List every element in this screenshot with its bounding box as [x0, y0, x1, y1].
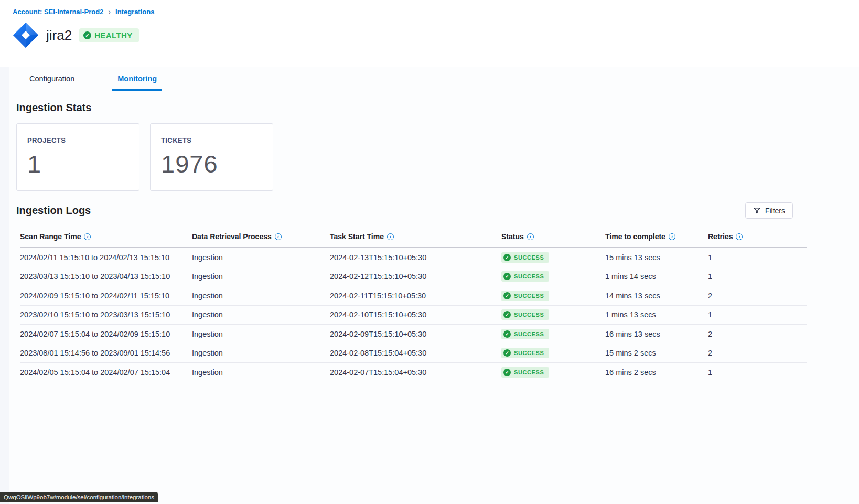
column-header[interactable]: Status i: [501, 232, 605, 241]
main-content: Configuration Monitoring Ingestion Stats…: [0, 67, 859, 504]
cell-time-to-complete: 16 mins 2 secs: [605, 368, 708, 377]
cell-time-to-complete: 14 mins 13 secs: [605, 292, 708, 300]
cell-process: Ingestion: [192, 253, 330, 262]
filters-button[interactable]: Filters: [745, 202, 793, 219]
cell-process: Ingestion: [192, 272, 330, 281]
check-icon: ✓: [83, 31, 91, 39]
cell-process: Ingestion: [192, 310, 330, 319]
status-badge-label: SUCCESS: [514, 293, 544, 299]
column-header-label: Task Start Time: [330, 232, 384, 241]
breadcrumb-chevron-icon: ›: [108, 6, 111, 16]
info-icon[interactable]: i: [84, 233, 91, 240]
status-badge-label: SUCCESS: [514, 350, 544, 356]
stat-card-value: 1: [27, 149, 128, 178]
check-icon: ✓: [503, 311, 511, 318]
cell-retries: 1: [708, 310, 807, 319]
cell-scan-range: 2024/02/11 15:15:10 to 2024/02/13 15:15:…: [20, 253, 192, 262]
cell-scan-range: 2024/02/07 15:15:04 to 2024/02/09 15:15:…: [20, 330, 192, 338]
cell-retries: 1: [708, 253, 807, 262]
cell-task-start: 2024-02-08T15:15:04+05:30: [330, 349, 501, 357]
filters-button-label: Filters: [765, 207, 785, 215]
cell-scan-range: 2024/02/09 15:15:10 to 2024/02/11 15:15:…: [20, 292, 192, 300]
table-row[interactable]: 2023/08/01 15:14:56 to 2023/09/01 15:14:…: [20, 344, 807, 363]
info-icon[interactable]: i: [736, 233, 743, 240]
stat-card-value: 1976: [161, 149, 262, 178]
status-badge-label: SUCCESS: [514, 254, 544, 261]
cell-status: ✓ SUCCESS: [501, 252, 605, 263]
column-header-label: Time to complete: [605, 232, 665, 241]
table-row[interactable]: 2024/02/09 15:15:10 to 2024/02/11 15:15:…: [20, 286, 807, 306]
check-icon: ✓: [503, 254, 511, 261]
cell-process: Ingestion: [192, 349, 330, 357]
cell-task-start: 2024-02-09T15:15:10+05:30: [330, 330, 501, 338]
ingestion-logs-heading: Ingestion Logs: [16, 205, 91, 217]
column-header[interactable]: Task Start Time i: [330, 232, 501, 241]
status-badge-label: SUCCESS: [514, 331, 544, 337]
cell-status: ✓ SUCCESS: [501, 271, 605, 282]
stat-cards: PROJECTS 1 TICKETS 1976: [16, 123, 843, 191]
table-row[interactable]: 2024/02/05 15:15:04 to 2024/02/07 15:15:…: [20, 363, 807, 382]
info-icon[interactable]: i: [527, 233, 534, 240]
status-badge: ✓ SUCCESS: [501, 291, 549, 301]
cell-scan-range: 2024/02/05 15:15:04 to 2024/02/07 15:15:…: [20, 368, 192, 377]
cell-process: Ingestion: [192, 368, 330, 377]
cell-status: ✓ SUCCESS: [501, 291, 605, 301]
status-badge: ✓ SUCCESS: [501, 367, 549, 378]
status-badge: ✓ SUCCESS: [501, 348, 549, 358]
check-icon: ✓: [503, 349, 511, 357]
info-icon[interactable]: i: [387, 233, 394, 240]
column-header-label: Data Retrieval Process: [192, 232, 272, 241]
info-icon[interactable]: i: [275, 233, 282, 240]
status-badge-label: SUCCESS: [514, 369, 544, 376]
status-badge: ✓ SUCCESS: [501, 329, 549, 339]
cell-retries: 2: [708, 349, 807, 357]
cell-status: ✓ SUCCESS: [501, 367, 605, 378]
check-icon: ✓: [503, 292, 511, 299]
table-row[interactable]: 2024/02/11 15:15:10 to 2024/02/13 15:15:…: [20, 248, 807, 267]
tab-configuration[interactable]: Configuration: [24, 74, 80, 91]
browser-status-url: QwqOSllWp9ob7w/module/sei/configuration/…: [0, 492, 158, 502]
column-header-label: Status: [501, 232, 524, 241]
cell-scan-range: 2023/02/10 15:15:10 to 2023/03/13 15:15:…: [20, 310, 192, 319]
health-status-badge: ✓ HEALTHY: [79, 28, 139, 42]
health-badge-label: HEALTHY: [94, 31, 133, 40]
cell-task-start: 2024-02-13T15:15:10+05:30: [330, 253, 501, 262]
cell-time-to-complete: 1 mins 14 secs: [605, 272, 708, 281]
table-row[interactable]: 2023/03/13 15:15:10 to 2023/04/13 15:15:…: [20, 267, 807, 287]
check-icon: ✓: [503, 330, 511, 338]
ingestion-stats-heading: Ingestion Stats: [16, 102, 843, 114]
cell-process: Ingestion: [192, 292, 330, 300]
column-header[interactable]: Time to complete i: [605, 232, 708, 241]
column-header[interactable]: Data Retrieval Process i: [192, 232, 330, 241]
ingestion-logs-section: Ingestion Logs Filters Scan Range Time i…: [0, 191, 859, 382]
page-title: jira2: [46, 27, 72, 44]
cell-task-start: 2024-02-07T15:15:04+05:30: [330, 368, 501, 377]
info-icon[interactable]: i: [669, 233, 675, 240]
table-row[interactable]: 2024/02/07 15:15:04 to 2024/02/09 15:15:…: [20, 325, 807, 344]
cell-task-start: 2024-02-12T15:15:10+05:30: [330, 272, 501, 281]
ingestion-stats-section: Ingestion Stats PROJECTS 1 TICKETS 1976: [0, 91, 859, 191]
cell-retries: 1: [708, 272, 807, 281]
tab-monitoring[interactable]: Monitoring: [112, 74, 162, 91]
column-header[interactable]: Retries i: [708, 232, 807, 241]
jira-logo-icon: [13, 22, 39, 48]
ingestion-logs-table: Scan Range Time i Data Retrieval Process…: [20, 228, 807, 382]
table-row[interactable]: 2023/02/10 15:15:10 to 2023/03/13 15:15:…: [20, 306, 807, 325]
cell-status: ✓ SUCCESS: [501, 309, 605, 320]
status-badge: ✓ SUCCESS: [501, 309, 549, 320]
table-header-row: Scan Range Time i Data Retrieval Process…: [20, 228, 807, 248]
cell-retries: 2: [708, 292, 807, 300]
cell-retries: 1: [708, 368, 807, 377]
status-badge: ✓ SUCCESS: [501, 252, 549, 263]
status-badge-label: SUCCESS: [514, 312, 544, 318]
check-icon: ✓: [503, 369, 511, 376]
cell-retries: 2: [708, 330, 807, 338]
breadcrumb: Account: SEI-Internal-Prod2 › Integratio…: [13, 7, 846, 16]
breadcrumb-integrations-link[interactable]: Integrations: [115, 8, 154, 16]
page-header: Account: SEI-Internal-Prod2 › Integratio…: [0, 0, 859, 67]
cell-scan-range: 2023/03/13 15:15:10 to 2023/04/13 15:15:…: [20, 272, 192, 281]
breadcrumb-account-link[interactable]: Account: SEI-Internal-Prod2: [13, 8, 103, 16]
cell-time-to-complete: 15 mins 13 secs: [605, 253, 708, 262]
column-header[interactable]: Scan Range Time i: [20, 232, 192, 241]
status-badge-label: SUCCESS: [514, 273, 544, 280]
